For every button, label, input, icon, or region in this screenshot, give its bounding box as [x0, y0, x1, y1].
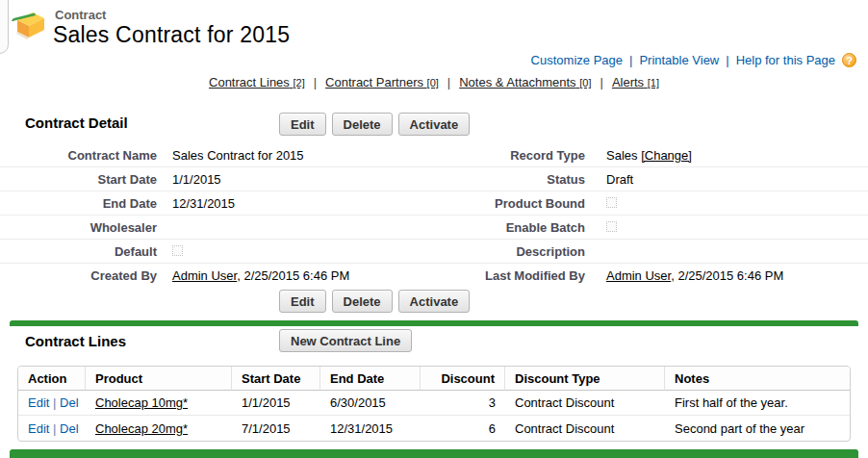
col-start-date: Start Date [232, 367, 320, 391]
table-row: Edit | Del Cholecap 20mg* 7/1/2015 12/31… [18, 416, 850, 441]
field-value-last-modified-by: Admin User, 2/25/2015 6:46 PM [585, 268, 868, 283]
last-modified-by-user-link[interactable]: Admin User [606, 268, 671, 283]
page-title: Sales Contract for 2015 [53, 22, 290, 48]
field-value-start-date: 1/1/2015 [157, 172, 434, 187]
field-label-record-type: Record Type [434, 148, 585, 163]
discount-cell: 6 [421, 416, 505, 441]
separator: | [629, 53, 632, 67]
customize-page-link[interactable]: Customize Page [531, 53, 623, 67]
discount-cell: 3 [421, 391, 505, 416]
field-value-product-bound [585, 195, 868, 211]
separator: | [726, 53, 728, 67]
delete-button[interactable]: Delete [332, 113, 393, 136]
field-value-created-by: Admin User, 2/25/2015 6:46 PM [157, 268, 434, 283]
field-label-status: Status [434, 172, 585, 187]
col-action: Action [18, 367, 86, 391]
collapsed-sidebar-tab[interactable] [0, 0, 9, 54]
end-date-cell: 6/30/2015 [320, 391, 421, 416]
contract-icon [11, 6, 49, 44]
delete-button-bottom[interactable]: Delete [332, 290, 393, 313]
help-icon[interactable]: ? [842, 53, 856, 67]
separator: | [53, 421, 56, 436]
product-link[interactable]: Cholecap 20mg* [95, 421, 188, 436]
edit-button-bottom[interactable]: Edit [279, 290, 326, 313]
detail-buttons-bottom: Edit Delete Activate [279, 290, 470, 313]
edit-button[interactable]: Edit [279, 113, 326, 136]
created-by-user-link[interactable]: Admin User [172, 268, 237, 283]
field-label-product-bound: Product Bound [434, 196, 585, 211]
discount-type-cell: Contract Discount [505, 391, 665, 416]
default-checkbox [172, 245, 183, 256]
field-label-end-date: End Date [0, 196, 157, 211]
col-discount-type: Discount Type [505, 367, 665, 391]
entity-label: Contract [55, 8, 106, 22]
field-label-enable-batch: Enable Batch [434, 220, 585, 235]
detail-row: Default Description [0, 240, 868, 264]
separator: | [314, 75, 317, 89]
field-value-status: Draft [585, 172, 868, 187]
field-value-end-date: 12/31/2015 [157, 196, 434, 211]
notes-cell: First half of the year. [665, 391, 850, 416]
nav-notes-attachments[interactable]: Notes & Attachments [0] [459, 75, 591, 89]
col-notes: Notes [665, 367, 850, 391]
activate-button-bottom[interactable]: Activate [398, 290, 471, 313]
start-date-cell: 1/1/2015 [232, 391, 320, 416]
field-label-start-date: Start Date [0, 172, 157, 187]
product-link[interactable]: Cholecap 10mg* [95, 395, 188, 410]
detail-buttons-top: Edit Delete Activate [279, 113, 470, 136]
detail-row: Contract Name Sales Contract for 2015 Re… [0, 143, 868, 167]
notes-cell: Second part of the year [665, 416, 850, 441]
row-edit-link[interactable]: Edit [28, 395, 49, 410]
detail-row: End Date 12/31/2015 Product Bound [0, 191, 868, 216]
new-contract-line-button[interactable]: New Contract Line [279, 329, 412, 352]
table-row: Edit | Del Cholecap 10mg* 1/1/2015 6/30/… [18, 391, 850, 416]
action-cell: Edit | Del [18, 416, 86, 441]
row-del-link[interactable]: Del [60, 395, 79, 410]
field-value-enable-batch [585, 219, 868, 235]
detail-row: Start Date 1/1/2015 Status Draft [0, 167, 868, 191]
field-label-contract-name: Contract Name [0, 148, 157, 163]
product-bound-checkbox [606, 197, 617, 208]
printable-view-link[interactable]: Printable View [639, 53, 719, 67]
contract-lines-heading: Contract Lines [25, 333, 126, 349]
contract-lines-accent-bar [10, 320, 858, 326]
field-value-default [157, 243, 434, 259]
contract-lines-table: Action Product Start Date End Date Disco… [17, 366, 851, 442]
row-del-link[interactable]: Del [60, 421, 79, 436]
field-label-description: Description [434, 244, 585, 259]
activate-button[interactable]: Activate [398, 113, 471, 136]
end-date-cell: 12/31/2015 [320, 416, 421, 441]
field-value-record-type: Sales [Change] [585, 148, 868, 163]
detail-field-grid: Contract Name Sales Contract for 2015 Re… [0, 143, 868, 287]
col-discount: Discount [421, 367, 505, 391]
next-section-accent-bar [10, 449, 858, 458]
contract-detail-heading: Contract Detail [25, 114, 128, 131]
col-end-date: End Date [320, 367, 421, 391]
nav-contract-lines[interactable]: Contract Lines [2] [209, 75, 305, 89]
related-list-nav: Contract Lines [2]|Contract Partners [0]… [0, 75, 868, 89]
separator: | [600, 75, 602, 89]
field-value-contract-name: Sales Contract for 2015 [157, 148, 434, 163]
record-type-change-link[interactable]: [Change] [641, 148, 692, 163]
field-label-last-modified-by: Last Modified By [434, 268, 585, 283]
field-label-created-by: Created By [0, 268, 157, 283]
detail-row: Created By Admin User, 2/25/2015 6:46 PM… [0, 264, 868, 287]
start-date-cell: 7/1/2015 [232, 416, 320, 441]
detail-row: Wholesaler Enable Batch [0, 216, 868, 240]
table-header-row: Action Product Start Date End Date Disco… [18, 367, 850, 391]
row-edit-link[interactable]: Edit [28, 421, 49, 436]
help-for-page-link[interactable]: Help for this Page [736, 53, 835, 67]
action-cell: Edit | Del [18, 391, 86, 416]
separator: | [447, 75, 450, 89]
enable-batch-checkbox [606, 221, 617, 232]
utility-links: Customize Page | Printable View | Help f… [531, 53, 856, 67]
nav-alerts[interactable]: Alerts [1] [612, 75, 659, 89]
col-product: Product [86, 367, 232, 391]
nav-contract-partners[interactable]: Contract Partners [0] [325, 75, 439, 89]
discount-type-cell: Contract Discount [505, 416, 665, 441]
field-label-wholesaler: Wholesaler [0, 220, 157, 235]
product-cell: Cholecap 20mg* [86, 416, 232, 441]
field-label-default: Default [0, 244, 157, 259]
separator: | [53, 395, 56, 410]
product-cell: Cholecap 10mg* [86, 391, 232, 416]
